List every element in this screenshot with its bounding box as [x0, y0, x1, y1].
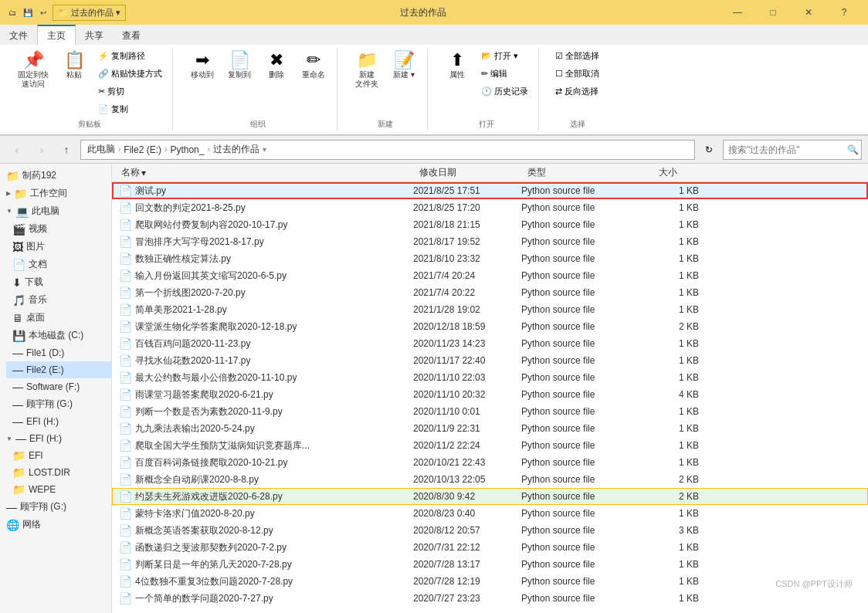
file-icon: 📄	[119, 507, 132, 520]
deselect-all-button[interactable]: ☐ 全部取消	[551, 66, 603, 82]
drive-f-icon: —	[12, 381, 23, 393]
file-row[interactable]: 📄 4位数独不重复3位数问题2020-7-28.py 2020/7/28 12:…	[112, 573, 868, 590]
sidebar-item-wepe[interactable]: 📁 WEPE	[6, 481, 111, 498]
file-row[interactable]: 📄 百度百科词条链接爬取2020-10-21.py 2020/10/21 22:…	[112, 454, 868, 471]
sidebar-item-desktop[interactable]: 🖥 桌面	[6, 309, 111, 327]
copy-path-button[interactable]: ⚡ 复制路径	[94, 48, 166, 64]
file-row[interactable]: 📄 九九乘法表输出2020-5-24.py 2020/11/9 22:31 Py…	[112, 420, 868, 437]
file-row[interactable]: 📄 课堂派生物化学答案爬取2020-12-18.py 2020/12/18 18…	[112, 318, 868, 335]
forward-button[interactable]: ›	[31, 139, 53, 161]
file-row[interactable]: 📄 数独正确性核定算法.py 2021/8/10 23:32 Python so…	[112, 250, 868, 267]
file-row[interactable]: 📄 新概念英语答案获取2020-8-12.py 2020/8/12 20:57 …	[112, 522, 868, 539]
file-row[interactable]: 📄 一个简单的数学问题2020-7-27.py 2020/7/27 23:23 …	[112, 590, 868, 607]
sidebar-item-drive-g2[interactable]: — 顾宇翔 (G:)	[0, 498, 111, 516]
move-to-button[interactable]: ➡ 移动到	[185, 48, 219, 83]
desktop-icon: 🖥	[12, 312, 23, 324]
sidebar-item-lost-dir[interactable]: 📁 LOST.DIR	[6, 464, 111, 481]
rename-button[interactable]: ✏ 重命名	[297, 48, 331, 83]
paste-button[interactable]: 📋 粘贴	[57, 48, 91, 83]
address-path[interactable]: 此电脑 › File2 (E:) › Python_ › 过去的作品 ▾	[80, 140, 695, 160]
sidebar-item-pharmacy[interactable]: 📁 制药192	[0, 167, 111, 185]
file-row[interactable]: 📄 冒泡排序大写字母2021-8-17.py 2021/8/17 19:52 P…	[112, 233, 868, 250]
sidebar-item-drive-e[interactable]: — File2 (E:)	[6, 361, 111, 378]
col-header-size[interactable]: 大小	[659, 166, 705, 179]
file-row[interactable]: 📄 新概念全自动刷课2020-8-8.py 2020/10/13 22:05 P…	[112, 471, 868, 488]
file-row[interactable]: 📄 蒙特卡洛求门值2020-8-20.py 2020/8/23 0:40 Pyt…	[112, 505, 868, 522]
help-button[interactable]: ?	[826, 0, 862, 25]
file-name: 判断一个数是否为素数2020-11-9.py	[135, 405, 413, 418]
file-row[interactable]: 📄 爬取全国大学生预防艾滋病知识竞赛题库... 2020/11/2 22:24 …	[112, 437, 868, 454]
file-row[interactable]: 📄 爬取网站付费复制内容2020-10-17.py 2021/8/18 21:1…	[112, 216, 868, 233]
file-size: 1 KB	[653, 219, 699, 230]
tab-share[interactable]: 共享	[76, 25, 113, 45]
file-icon: 📄	[119, 524, 132, 537]
select-all-icon: ☑	[555, 51, 563, 61]
file-type: Python source file	[521, 287, 653, 298]
sidebar-item-efi-h-expand[interactable]: ▼ — EFI (H:)	[0, 430, 111, 447]
sidebar-item-video[interactable]: 🎬 视频	[6, 220, 111, 238]
select-items: ☑ 全部选择 ☐ 全部取消 ⇄ 反向选择	[551, 48, 603, 117]
file-row[interactable]: 📄 约瑟夫生死游戏改进版2020-6-28.py 2020/8/30 9:42 …	[112, 488, 868, 505]
maximize-button[interactable]: □	[755, 0, 791, 25]
new-item-button[interactable]: 📝 新建 ▾	[387, 48, 421, 83]
tab-view[interactable]: 查看	[113, 25, 150, 45]
file-type: Python source file	[521, 270, 653, 281]
lost-dir-icon: 📁	[12, 466, 25, 479]
file-date: 2020/10/13 22:05	[413, 474, 521, 485]
open-button[interactable]: 📂 打开 ▾	[477, 48, 532, 64]
sidebar-item-drive-c[interactable]: 💾 本地磁盘 (C:)	[6, 327, 111, 344]
paste-shortcut-button[interactable]: 🔗 粘贴快捷方式	[94, 66, 166, 82]
sidebar-item-documents[interactable]: 📄 文档	[6, 256, 111, 273]
invert-selection-button[interactable]: ⇄ 反向选择	[551, 83, 603, 100]
sidebar-item-drive-g1[interactable]: — 顾宇翔 (G:)	[6, 395, 111, 413]
file-row[interactable]: 📄 判断一个数是否为素数2020-11-9.py 2020/11/10 0:01…	[112, 403, 868, 420]
copy-to-button[interactable]: 📄 复制到	[222, 48, 256, 83]
tab-file[interactable]: 文件	[0, 25, 37, 45]
edit-button[interactable]: ✏ 编辑	[477, 66, 532, 82]
sidebar-item-downloads[interactable]: ⬇ 下载	[6, 273, 111, 291]
file-type: Python source file	[521, 236, 653, 247]
file-row[interactable]: 📄 百钱百鸡问题2020-11-23.py 2020/11/23 14:23 P…	[112, 335, 868, 352]
sidebar-item-drive-f[interactable]: — Software (F:)	[6, 378, 111, 395]
select-all-button[interactable]: ☑ 全部选择	[551, 48, 603, 64]
file-row[interactable]: 📄 回文数的判定2021-8-25.py 2021/8/25 17:20 Pyt…	[112, 199, 868, 216]
refresh-button[interactable]: ↻	[698, 139, 720, 161]
tab-home[interactable]: 主页	[37, 25, 76, 45]
file-row[interactable]: 📄 测试.py 2021/8/25 17:51 Python source fi…	[112, 182, 868, 199]
close-button[interactable]: ✕	[791, 0, 826, 25]
col-header-date[interactable]: 修改日期	[419, 166, 527, 179]
sidebar-item-music[interactable]: 🎵 音乐	[6, 291, 111, 309]
history-button[interactable]: 🕐 历史记录	[477, 83, 532, 100]
back-button[interactable]: ‹	[6, 139, 28, 161]
col-header-type[interactable]: 类型	[527, 166, 659, 179]
sidebar-item-workspace[interactable]: ▶ 📁 工作空间	[0, 185, 111, 202]
new-folder-button[interactable]: 📁 新建文件夹	[350, 48, 384, 93]
sidebar-item-this-pc[interactable]: ▼ 💻 此电脑	[0, 202, 111, 220]
minimize-button[interactable]: —	[720, 0, 755, 25]
file-name: 判断某日是一年的第几天2020-7-28.py	[135, 558, 413, 571]
file-row[interactable]: 📄 判断某日是一年的第几天2020-7-28.py 2020/7/28 13:1…	[112, 556, 868, 573]
sidebar-item-pictures[interactable]: 🖼 图片	[6, 238, 111, 256]
file-row[interactable]: 📄 最大公约数与最小公倍数2020-11-10.py 2020/11/10 22…	[112, 369, 868, 386]
file-row[interactable]: 📄 函数递归之斐波那契数列2020-7-2.py 2020/7/31 22:12…	[112, 539, 868, 556]
col-header-name[interactable]: 名称 ▾	[118, 166, 419, 179]
up-button[interactable]: ↑	[56, 139, 77, 161]
copy-button[interactable]: 📄 复制	[94, 101, 166, 117]
sidebar: 📁 制药192 ▶ 📁 工作空间 ▼ 💻 此电脑 🎬 视频 🖼 图片 📄 文档	[0, 164, 112, 613]
cut-button[interactable]: ✂ 剪切	[94, 83, 166, 100]
pin-to-quick-access-button[interactable]: 📌 固定到快速访问	[12, 48, 54, 93]
file-name: 测试.py	[135, 185, 413, 198]
delete-button[interactable]: ✖ 删除	[259, 48, 293, 83]
file-row[interactable]: 📄 输入月份返回其英文缩写2020-6-5.py 2021/7/4 20:24 …	[112, 267, 868, 284]
properties-button[interactable]: ⬆ 属性	[440, 48, 474, 83]
sidebar-item-drive-h[interactable]: — EFI (H:)	[6, 413, 111, 430]
sidebar-item-efi-folder[interactable]: 📁 EFI	[6, 447, 111, 464]
file-name: 百钱百鸡问题2020-11-23.py	[135, 337, 413, 351]
sidebar-item-drive-d[interactable]: — File1 (D:)	[6, 344, 111, 361]
file-row[interactable]: 📄 寻找水仙花数2020-11-17.py 2020/11/17 22:40 P…	[112, 352, 868, 369]
file-row[interactable]: 📄 雨课堂习题答案爬取2020-6-21.py 2020/11/10 20:32…	[112, 386, 868, 403]
search-input[interactable]	[728, 144, 844, 155]
file-row[interactable]: 📄 第一个折线图2020-7-20.py 2021/7/4 20:22 Pyth…	[112, 284, 868, 301]
sidebar-item-network[interactable]: 🌐 网络	[0, 516, 111, 533]
file-row[interactable]: 📄 简单美形2021-1-28.py 2021/1/28 19:02 Pytho…	[112, 301, 868, 318]
